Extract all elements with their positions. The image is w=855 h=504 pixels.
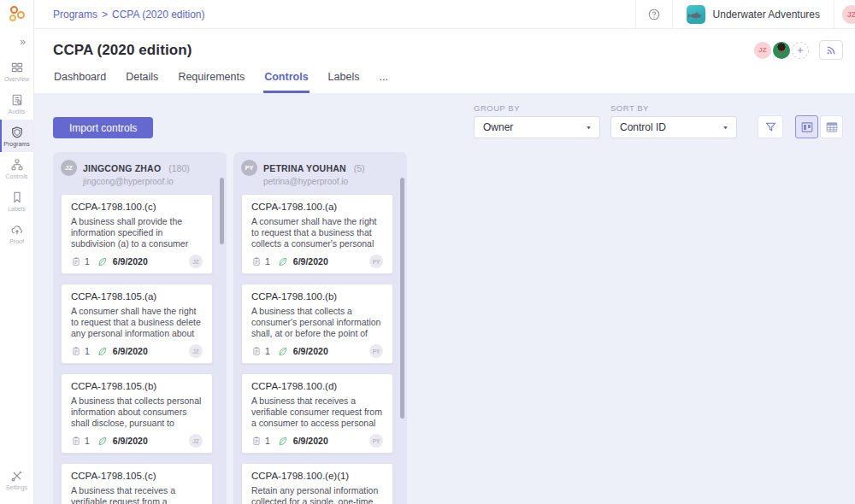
bookmark-icon	[10, 190, 24, 204]
control-id: CCPA-1798.100.(b)	[251, 291, 383, 302]
freshness-leaf-icon	[97, 346, 108, 357]
broadcast-button[interactable]	[819, 40, 843, 60]
sidebar-expand-chevron[interactable]: »	[0, 29, 33, 50]
control-id: CCPA-1798.100.(e)(1)	[251, 471, 383, 481]
control-id: CCPA-1798.100.(a)	[251, 202, 383, 212]
sidebar-item-proof[interactable]: Proof	[0, 217, 33, 249]
owner-avatar: PY	[241, 160, 257, 176]
breadcrumb: Programs > CCPA (2020 edition)	[34, 9, 205, 21]
control-description: A consumer shall have the right to reque…	[71, 306, 203, 341]
sidebar-item-label: Settings	[6, 484, 27, 490]
cloud-upload-icon	[10, 223, 24, 237]
group-by-control: GROUP BY Owner	[474, 103, 600, 138]
control-card[interactable]: CCPA-1798.105.(a)A consumer shall have t…	[61, 284, 213, 364]
column-scrollbar[interactable]	[220, 178, 224, 244]
control-card[interactable]: CCPA-1798.100.(e)(1)Retain any personal …	[241, 463, 393, 504]
sidebar-item-label: Programs	[3, 141, 29, 147]
help-button[interactable]	[636, 0, 672, 28]
sidebar-item-audits[interactable]: Audits	[0, 87, 33, 120]
chevron-down-icon	[585, 124, 593, 132]
tab-requirements[interactable]: Requirements	[177, 71, 245, 93]
breadcrumb-programs-link[interactable]: Programs	[53, 9, 97, 21]
freshness-leaf-icon	[97, 256, 108, 267]
freshness-date: 6/9/2020	[293, 256, 328, 267]
freshness-leaf-icon	[277, 346, 288, 357]
tab-[interactable]: ...	[378, 71, 388, 93]
broadcast-icon	[825, 44, 837, 56]
requirement-count: 1	[85, 346, 90, 356]
breadcrumb-separator: >	[102, 9, 108, 21]
control-id: CCPA-1798.100.(d)	[251, 381, 383, 391]
sort-by-select[interactable]: Control ID	[610, 116, 737, 138]
requirement-count: 1	[265, 256, 270, 267]
tools-icon	[10, 469, 24, 483]
tab-details[interactable]: Details	[125, 71, 159, 93]
group-by-select[interactable]: Owner	[474, 116, 600, 138]
card-owner-avatar: JZ	[189, 344, 203, 358]
control-id: CCPA-1798.105.(a)	[71, 291, 203, 302]
sidebar-item-overview[interactable]: Overview	[0, 55, 33, 87]
control-card[interactable]: CCPA-1798.100.(a)A consumer shall have t…	[241, 194, 393, 274]
plus-icon	[796, 46, 805, 55]
control-card[interactable]: CCPA-1798.100.(b)A business that collect…	[241, 284, 393, 364]
kanban-view-button[interactable]	[795, 115, 818, 138]
org-switcher[interactable]: Underwater Adventures	[673, 0, 834, 28]
add-member-button[interactable]	[792, 42, 809, 59]
sidebar-item-label: Labels	[8, 206, 26, 212]
logo-circles-icon	[9, 6, 26, 23]
card-list: CCPA-1798.100.(a)A consumer shall have t…	[241, 194, 393, 504]
member-avatar-photo[interactable]	[773, 42, 790, 59]
table-view-button[interactable]	[820, 115, 843, 138]
freshness-date: 6/9/2020	[113, 346, 148, 356]
org-name: Underwater Adventures	[713, 9, 820, 21]
sort-by-value: Control ID	[620, 121, 666, 133]
grid-icon	[10, 61, 24, 74]
tab-labels[interactable]: Labels	[327, 71, 361, 93]
tab-controls[interactable]: Controls	[263, 71, 309, 93]
freshness-date: 6/9/2020	[293, 346, 328, 356]
freshness-leaf-icon	[97, 436, 108, 447]
owner-email: petrina@hyperproof.io	[263, 177, 393, 186]
sidebar-item-label: Proof	[9, 238, 24, 244]
owner-control-count: (5)	[354, 163, 365, 173]
sort-by-control: SORT BY Control ID	[610, 103, 737, 138]
card-owner-avatar: JZ	[189, 255, 203, 268]
sidebar-item-controls[interactable]: Controls	[0, 152, 33, 185]
control-id: CCPA-1798.100.(c)	[71, 202, 203, 212]
sidebar-item-programs[interactable]: Programs	[0, 120, 33, 152]
funnel-icon	[764, 120, 777, 133]
owner-name: JINGCONG ZHAO	[83, 163, 161, 173]
owner-control-count: (180)	[168, 163, 190, 173]
control-card[interactable]: CCPA-1798.100.(d)A business that receive…	[241, 373, 393, 454]
control-description: A business that receives a verifiable re…	[71, 485, 203, 504]
sitemap-icon	[10, 158, 24, 172]
clipboard-icon	[251, 256, 262, 267]
control-card[interactable]: CCPA-1798.105.(b)A business that collect…	[61, 373, 213, 454]
controls-board: JZJINGCONG ZHAO(180)jingcong@hyperproof.…	[53, 152, 843, 504]
card-owner-avatar: PY	[369, 434, 383, 448]
sidebar-item-labels[interactable]: Labels	[0, 185, 33, 217]
owner-column: PYPETRINA YOUHAN(5)petrina@hyperproof.io…	[233, 152, 407, 504]
control-card[interactable]: CCPA-1798.105.(c)A business that receive…	[61, 463, 213, 504]
user-avatar[interactable]: JZ	[842, 5, 855, 24]
tab-dashboard[interactable]: Dashboard	[53, 71, 107, 93]
card-footer: 16/9/2020PY	[251, 344, 383, 358]
group-by-value: Owner	[483, 121, 513, 133]
breadcrumb-current-link[interactable]: CCPA (2020 edition)	[112, 9, 205, 21]
freshness-leaf-icon	[277, 256, 288, 267]
sidebar-item-label: Audits	[9, 108, 25, 114]
program-members: JZ	[754, 40, 843, 60]
member-avatar[interactable]: JZ	[754, 42, 771, 59]
chevron-down-icon	[722, 124, 729, 132]
clipboard-icon	[251, 346, 262, 356]
requirement-count: 1	[85, 436, 90, 446]
control-description: A business that receives a verifiable co…	[251, 396, 383, 431]
filter-button[interactable]	[758, 115, 783, 138]
column-scrollbar[interactable]	[400, 178, 404, 419]
freshness-date: 6/9/2020	[113, 436, 148, 446]
hyperproof-logo[interactable]	[0, 0, 33, 29]
control-card[interactable]: CCPA-1798.100.(c)A business shall provid…	[61, 194, 213, 274]
sidebar-item-settings[interactable]: Settings	[0, 463, 33, 495]
import-controls-button[interactable]: Import controls	[53, 117, 153, 138]
table-icon	[825, 120, 839, 134]
